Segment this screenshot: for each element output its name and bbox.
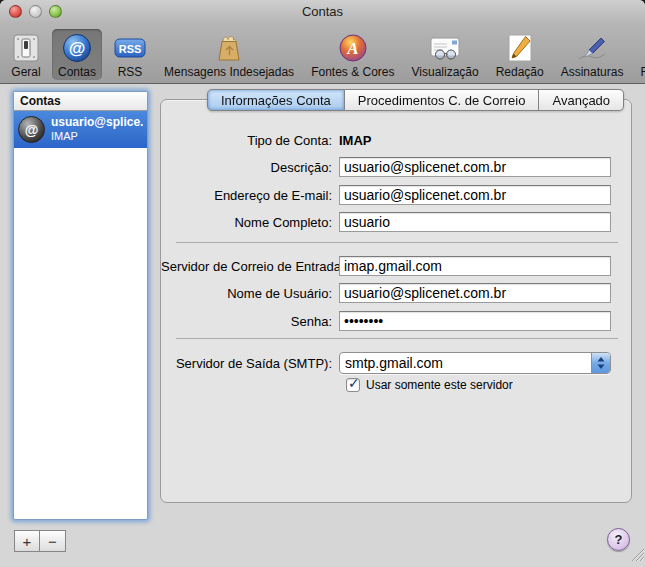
smtp-server-select[interactable]: smtp.gmail.com (339, 352, 611, 374)
account-type-label: Tipo de Conta: (161, 133, 339, 148)
resize-grip[interactable] (631, 548, 645, 566)
account-type-value: IMAP (339, 133, 372, 148)
username-label: Nome de Usuário: (161, 286, 339, 301)
full-name-input[interactable] (339, 212, 611, 232)
description-label: Descrição: (161, 160, 339, 175)
toolbar-item-regras[interactable]: Regras (634, 29, 645, 80)
toolbar-item-visualizacao[interactable]: Visualização (406, 29, 485, 80)
toolbar-item-rss[interactable]: RSS RSS (107, 29, 153, 80)
incoming-server-label: Servidor de Correio de Entrada: (161, 259, 339, 274)
stepper-arrows-icon (591, 353, 610, 373)
toolbar-label: Mensagens Indesejadas (164, 65, 294, 79)
tab-informacoes-conta[interactable]: Informações Conta (207, 89, 345, 111)
username-input[interactable] (339, 283, 611, 303)
password-row: Senha: (161, 311, 618, 331)
svg-text:RSS: RSS (119, 43, 142, 55)
email-input[interactable] (339, 185, 611, 205)
window-title: Contas (302, 4, 343, 19)
password-label: Senha: (161, 314, 339, 329)
preferences-window: Contas Geral (0, 0, 645, 567)
toolbar-item-mensagens-indesejadas[interactable]: Mensagens Indesejadas (158, 29, 300, 80)
password-input[interactable] (339, 311, 611, 331)
toolbar-label: Visualização (412, 65, 479, 79)
fountain-pen-icon (575, 32, 609, 64)
checkmark-icon: ✓ (348, 375, 360, 391)
close-button[interactable] (9, 5, 22, 18)
description-row: Descrição: (161, 157, 618, 177)
description-input[interactable] (339, 157, 611, 177)
account-type: IMAP (51, 130, 143, 143)
account-add-remove-group: + − (14, 530, 66, 552)
add-account-button[interactable]: + (14, 530, 40, 552)
at-sphere-icon: @ (61, 32, 93, 64)
pencil-icon (504, 32, 536, 64)
toolbar-label: Regras (640, 65, 645, 79)
toolbar-label: RSS (118, 65, 143, 79)
toolbar-item-contas[interactable]: @ Contas (52, 29, 102, 80)
toolbar-item-geral[interactable]: Geral (5, 29, 47, 80)
title-bar[interactable]: Contas (0, 0, 645, 23)
light-switch-icon (11, 32, 41, 64)
username-row: Nome de Usuário: (161, 283, 618, 303)
account-list-item[interactable]: @ usuario@splice... IMAP (14, 111, 147, 148)
junk-bag-icon (213, 32, 245, 64)
toolbar-label: Geral (11, 65, 40, 79)
minimize-button[interactable] (29, 5, 42, 18)
use-only-server-checkbox[interactable]: ✓ (346, 378, 360, 392)
fonts-colors-icon: A (337, 32, 369, 64)
zoom-button[interactable] (49, 5, 62, 18)
content-area: Contas @ usuario@splice... IMAP Informaç… (0, 84, 645, 566)
use-only-server-option[interactable]: ✓ Usar somente este servidor (346, 378, 513, 392)
accounts-list-header: Contas (14, 92, 147, 111)
preferences-toolbar: Geral @ Contas RSS (0, 23, 645, 84)
incoming-server-input[interactable] (339, 256, 611, 276)
help-button[interactable]: ? (607, 528, 630, 551)
toolbar-label: Assinaturas (561, 65, 624, 79)
full-name-row: Nome Completo: (161, 212, 618, 232)
full-name-label: Nome Completo: (161, 215, 339, 230)
toolbar-item-assinaturas[interactable]: Assinaturas (555, 29, 630, 80)
toolbar-label: Contas (58, 65, 96, 79)
account-type-row: Tipo de Conta: IMAP (161, 133, 618, 148)
smtp-label: Servidor de Saída (SMTP): (161, 356, 339, 371)
tab-avancado[interactable]: Avançado (539, 89, 624, 111)
incoming-server-row: Servidor de Correio de Entrada: (161, 256, 618, 276)
tab-procedimentos-correio[interactable]: Procedimentos C. de Correio (345, 89, 540, 111)
section-divider (176, 242, 618, 243)
remove-account-button[interactable]: − (40, 530, 66, 552)
email-label: Endereço de E-mail: (161, 188, 339, 203)
accounts-list: Contas @ usuario@splice... IMAP (13, 91, 148, 520)
use-only-server-label: Usar somente este servidor (366, 378, 513, 392)
svg-text:A: A (346, 39, 358, 58)
account-info-panel: Tipo de Conta: IMAP Descrição: Endereço … (160, 99, 632, 503)
svg-text:@: @ (69, 39, 86, 58)
toolbar-label: Redação (496, 65, 544, 79)
email-row: Endereço de E-mail: (161, 185, 618, 205)
tab-bar: Informações Conta Procedimentos C. de Co… (207, 89, 624, 111)
section-divider (176, 338, 618, 339)
smtp-row: Servidor de Saída (SMTP): smtp.gmail.com (161, 352, 618, 374)
toolbar-item-redacao[interactable]: Redação (490, 29, 550, 80)
account-name: usuario@splice... (51, 116, 143, 130)
envelope-glasses-icon (428, 32, 462, 64)
rss-badge-icon: RSS (113, 32, 147, 64)
account-globe-at-icon: @ (18, 116, 45, 143)
toolbar-item-fontes-cores[interactable]: A Fontes & Cores (305, 29, 400, 80)
toolbar-label: Fontes & Cores (311, 65, 394, 79)
smtp-server-value: smtp.gmail.com (340, 355, 591, 371)
